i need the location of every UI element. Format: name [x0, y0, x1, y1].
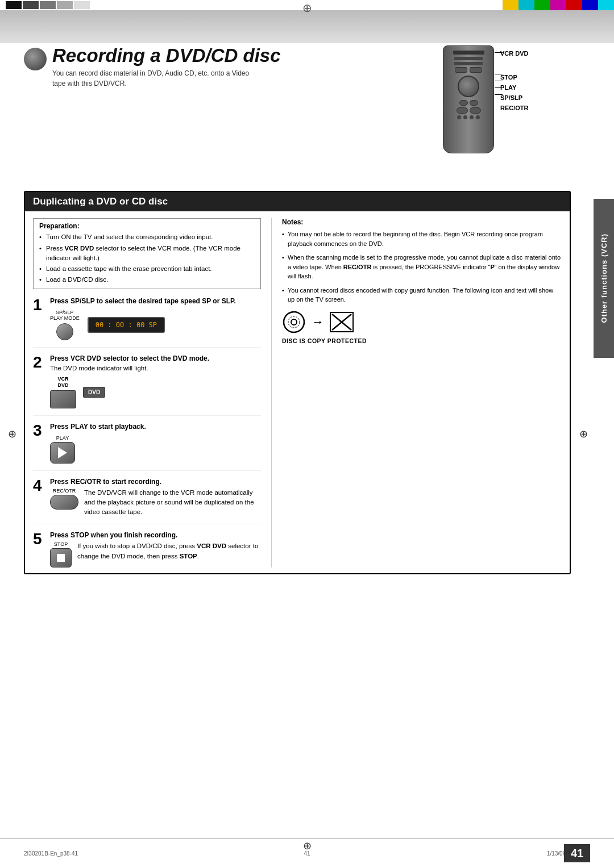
side-label: Other functions (VCR) [594, 199, 614, 358]
preparation-title: Preparation: [39, 222, 255, 230]
step-1-diagram: SP/SLPPLAY MODE 00 : 00 : 00 SP [50, 310, 261, 341]
dvd-badge: DVD [83, 387, 105, 398]
step-1-content: Press SP/SLP to select the desired tape … [50, 297, 261, 341]
crosshair-right: ⊕ [579, 428, 588, 440]
step-4-number: 4 [33, 478, 47, 494]
step-3-number: 3 [33, 423, 47, 439]
remote-nav-circle [458, 76, 479, 97]
play-btn [50, 442, 75, 464]
remote-slot-2 [454, 62, 483, 65]
remote-line-stop [495, 74, 503, 74]
header-band [0, 10, 614, 43]
remote-btns-row-1 [447, 100, 490, 106]
remote-body-container [440, 45, 497, 153]
page-number-box: 41 [564, 844, 590, 862]
section-box: Duplicating a DVD or CD disc Preparation… [24, 191, 571, 574]
remote-slot-1 [454, 57, 483, 60]
title-icon [24, 48, 47, 70]
remote-dot-2 [463, 115, 467, 119]
notes-title: Notes: [282, 218, 562, 226]
step-5: 5 Press STOP when you finish recording. … [33, 531, 261, 567]
remote-btn-2 [470, 67, 482, 73]
side-label-text: Other functions (VCR) [600, 233, 608, 323]
page-title: Recording a DVD/CD disc [52, 45, 281, 66]
step-4-content: Press REC/OTR to start recording. REC/OT… [50, 478, 261, 518]
prep-item-4: •Load a DVD/CD disc. [39, 275, 255, 285]
step-1-number: 1 [33, 297, 47, 313]
remote-line-recotr [495, 94, 503, 95]
remote-dots-row [447, 115, 490, 119]
label-recotr: REC/OTR [500, 105, 529, 111]
notes-list: • You may not be able to record the begi… [282, 229, 562, 304]
section-right: Notes: • You may not be able to record t… [272, 218, 562, 567]
bottom-bar: 2I30201B-En_p38-41 41 1/13/06, 2:49 PM [0, 838, 614, 868]
remote-btn-4 [470, 100, 478, 106]
label-play: PLAY [500, 84, 529, 91]
svg-point-1 [291, 319, 297, 325]
vcr-dvd-group: VCRDVD [50, 376, 76, 408]
step-3-title: Press PLAY to start playback. [50, 423, 261, 431]
copy-icons-row: → [282, 310, 562, 334]
preparation-list: •Turn ON the TV and select the correspon… [39, 232, 255, 285]
note-3: • You cannot record discs encoded with c… [282, 286, 562, 304]
step-5-desc: If you wish to stop a DVD/CD disc, press… [77, 541, 261, 561]
remote-line-spslp [495, 87, 503, 88]
bottom-center: 41 [290, 850, 324, 857]
remote-dot-1 [457, 115, 461, 119]
step-4-title: Press REC/OTR to start recording. [50, 478, 261, 486]
remote-dot-3 [470, 115, 474, 119]
page-subtitle: You can record disc material in DVD, Aud… [52, 68, 281, 89]
bottom-left: 2I30201B-En_p38-41 [24, 850, 290, 857]
remote-dot-4 [476, 115, 480, 119]
remote-diagram: VCR DVD STOP PLAY SP/SLP REC/OTR [440, 45, 571, 153]
preparation-box: Preparation: •Turn ON the TV and select … [33, 218, 261, 289]
disc-icon [282, 310, 306, 334]
swatch-cyan [518, 0, 534, 10]
copy-arrow-icon: → [312, 315, 324, 329]
stop-btn-group: STOP [50, 541, 72, 567]
swatch-white [74, 1, 90, 9]
play-triangle-icon [58, 447, 67, 458]
remote-btn-3 [459, 100, 468, 106]
step-4-diagram: REC/OTR The DVD/VCR will change to the V… [50, 488, 261, 518]
step-2-desc: The DVD mode indicator will light. [50, 365, 261, 372]
remote-body [443, 45, 494, 153]
stop-btn [50, 548, 72, 567]
crosshair-left: ⊕ [8, 428, 16, 440]
svg-point-0 [284, 312, 304, 332]
swatch-black [6, 1, 22, 9]
recotr-label: REC/OTR [53, 488, 76, 494]
step-4: 4 Press REC/OTR to start recording. REC/… [33, 478, 261, 525]
right-color-swatches [409, 0, 614, 10]
swatch-magenta [550, 0, 566, 10]
recotr-btn-group: REC/OTR [50, 488, 78, 510]
swatch-lightgray [57, 1, 73, 9]
swatch-blue [582, 0, 598, 10]
prohibited-svg [331, 313, 352, 331]
note-1: • You may not be able to record the begi… [282, 229, 562, 248]
step-1-title: Press SP/SLP to select the desired tape … [50, 297, 261, 305]
spslp-label-top: SP/SLPPLAY MODE [50, 310, 80, 322]
vcr-label: VCRDVD [57, 376, 68, 389]
swatch-red [566, 0, 582, 10]
step-4-desc: The DVD/VCR will change to the VCR mode … [84, 488, 261, 518]
remote-btn-5 [457, 107, 468, 114]
copy-protected-label: DISC IS COPY PROTECTED [282, 337, 562, 344]
bottom-right: 1/13/06, 2:49 PM [324, 850, 590, 857]
step-2-number: 2 [33, 354, 47, 370]
stop-label: STOP [54, 541, 68, 547]
crosshair-top: ⊕ [302, 1, 312, 15]
prep-item-1: •Turn ON the TV and select the correspon… [39, 232, 255, 242]
spslp-btn [56, 323, 73, 340]
remote-with-labels: VCR DVD STOP PLAY SP/SLP REC/OTR [440, 45, 571, 153]
step-5-number: 5 [33, 531, 47, 547]
prep-item-3: •Load a cassette tape with the erase pre… [39, 264, 255, 274]
label-vcrdvd: VCR DVD [500, 50, 529, 57]
remote-top-slot [453, 51, 484, 55]
remote-btn-1 [455, 67, 467, 73]
left-color-swatches [0, 0, 205, 10]
section-left: Preparation: •Turn ON the TV and select … [33, 218, 272, 567]
display-screen-1: 00 : 00 : 00 SP [88, 317, 165, 333]
spslp-btn-group: SP/SLPPLAY MODE [50, 310, 80, 341]
remote-small-slots [447, 67, 490, 73]
